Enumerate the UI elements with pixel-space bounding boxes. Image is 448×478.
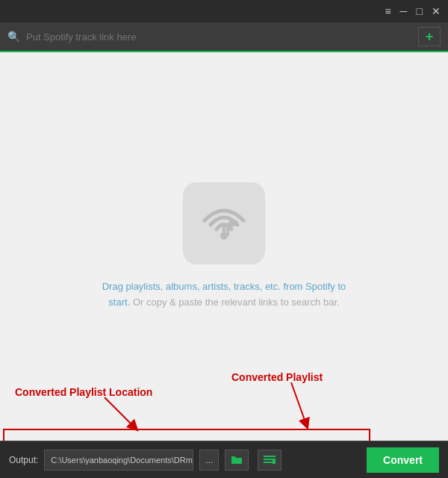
dots-button[interactable]: ...	[199, 450, 219, 471]
maximize-icon[interactable]: □	[417, 5, 423, 17]
add-button[interactable]: +	[418, 27, 441, 46]
output-path: C:\Users\yanbaoqing\Documents\DRmare	[44, 450, 193, 471]
svg-rect-8	[264, 456, 276, 457]
svg-rect-7	[4, 429, 370, 441]
menu-icon[interactable]: ≡	[385, 5, 391, 17]
svg-line-4	[105, 397, 134, 427]
placeholder-text: Drag playlists, albums, artists, tracks,…	[97, 279, 351, 311]
svg-rect-9	[264, 459, 276, 460]
folder-button[interactable]	[225, 450, 249, 471]
playlist-button[interactable]	[258, 450, 281, 471]
minimize-icon[interactable]: ─	[400, 5, 408, 17]
search-input[interactable]	[26, 31, 412, 43]
title-bar: ≡ ─ □ ✕	[0, 0, 448, 22]
main-content: Drag playlists, albums, artists, tracks,…	[0, 52, 448, 441]
svg-rect-11	[273, 460, 276, 464]
svg-text:Converted Playlist: Converted Playlist	[231, 371, 323, 383]
convert-button[interactable]: Convert	[367, 447, 439, 473]
close-icon[interactable]: ✕	[432, 5, 441, 17]
bottom-bar: Output: C:\Users\yanbaoqing\Documents\DR…	[0, 441, 448, 478]
search-icon: 🔍	[7, 31, 20, 43]
svg-line-6	[291, 382, 306, 424]
output-label: Output:	[9, 455, 38, 465]
search-bar: 🔍 +	[0, 22, 448, 52]
svg-text:Converted Playlist Location: Converted Playlist Location	[15, 386, 152, 398]
music-placeholder-icon	[183, 182, 265, 264]
